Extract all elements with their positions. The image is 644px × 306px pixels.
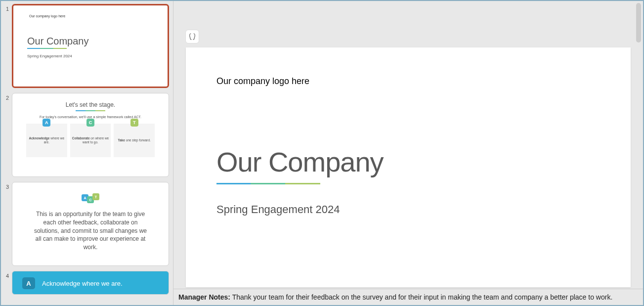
thumb-subtitle: Spring Engagement 2024 [27,54,158,58]
slide-canvas[interactable]: Our company logo here Our Company Spring… [186,47,631,287]
thumb-box-a: A Acknowledge where we are. [26,124,67,157]
badge-a-icon: A [43,119,50,127]
main-editor-area: Our company logo here Our Company Spring… [173,1,643,305]
notes-label: Manager Notes: [178,293,230,301]
thumbnail-row: 2 Let's set the stage. For today's conve… [3,93,169,177]
thumbnail-slide-4[interactable]: A Acknowledge where we are. [12,271,169,295]
thumb-title: Acknowledge where we are. [42,280,123,287]
slide-canvas-wrapper: Our company logo here Our Company Spring… [173,1,643,289]
badge-c-icon: C [86,119,94,127]
thumbnail-number: 1 [3,4,9,88]
thumbnail-slide-3[interactable]: A C T This is an opportunity for the tea… [12,182,169,266]
copilot-button[interactable] [185,30,199,44]
thumbnail-row: 3 A C T This is an opportunity for the t… [3,182,169,266]
logo-placeholder[interactable]: Our company logo here [216,76,600,87]
thumbnail-number: 4 [3,271,9,295]
notes-text: Thank your team for their feedback on th… [230,293,612,301]
thumb-box-t: T Take one step forward. [114,124,155,157]
thumbnail-number: 2 [3,93,9,177]
thumb-badges: A C T [22,193,159,203]
slide-divider [216,183,320,184]
thumbnail-row: 1 Our company logo here Our Company Spri… [3,4,169,88]
thumbnail-number: 3 [3,182,9,266]
thumb-logo-placeholder: Our company logo here [29,14,158,18]
thumbnail-slide-2[interactable]: Let's set the stage. For today's convers… [12,93,169,177]
thumb-box-c: C Collaborate on where we want to go. [70,124,111,157]
thumbnail-row: 4 A Acknowledge where we are. [3,271,169,295]
slide-subtitle[interactable]: Spring Engagement 2024 [216,203,600,216]
thumb-subtitle: For today's conversation, we'll use a si… [22,115,159,119]
thumb-divider [76,110,105,111]
badge-t-icon: T [130,119,138,127]
thumb-act-boxes: A Acknowledge where we are. C Collaborat… [22,124,159,157]
slide-thumbnails-panel: 1 Our company logo here Our Company Spri… [1,1,173,305]
thumb-body: This is an opportunity for the team to g… [22,210,159,252]
thumb-divider [27,48,67,49]
vertical-scrollbar[interactable] [636,3,641,43]
app-root: 1 Our company logo here Our Company Spri… [1,1,643,305]
copilot-icon [188,33,196,41]
thumb-title: Our Company [27,36,158,47]
thumb-title: Let's set the stage. [22,101,159,108]
badge-a-icon: A [22,277,35,289]
slide-title[interactable]: Our Company [216,146,600,178]
thumbnail-slide-1[interactable]: Our company logo here Our Company Spring… [12,4,169,88]
badge-t-icon: T [92,193,99,200]
speaker-notes[interactable]: Manager Notes: Thank your team for their… [173,289,643,305]
